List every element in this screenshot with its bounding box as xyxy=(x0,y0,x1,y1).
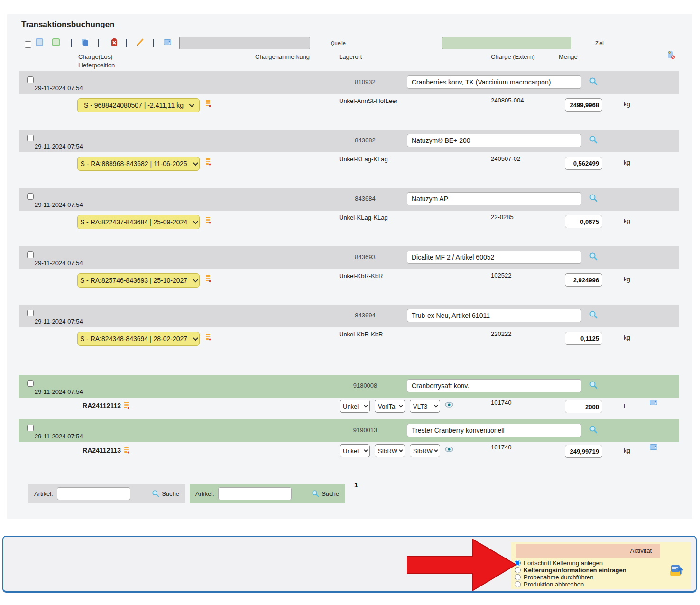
annotation-icon[interactable] xyxy=(205,333,211,341)
site-select[interactable]: Unkel xyxy=(340,444,370,457)
menge-input[interactable] xyxy=(565,98,602,112)
activity-option-label: Kelterungsinformationen eintragen xyxy=(524,567,626,574)
tank-select-value: StbRW xyxy=(413,447,433,455)
lot-select[interactable]: S - RA:822437-843684 | 25-09-2024 xyxy=(77,215,200,229)
ziel-input[interactable] xyxy=(442,37,571,49)
booking-timestamp: 29-11-2024 07:54 xyxy=(35,201,83,208)
row-select-checkbox[interactable] xyxy=(27,251,34,258)
page-number[interactable]: 1 xyxy=(351,481,361,489)
transaction-header-band: 29-11-2024 07:54 810932 xyxy=(19,71,679,94)
article-name-input[interactable] xyxy=(407,75,581,89)
site-select[interactable]: Unkel xyxy=(340,400,370,413)
lagerort-value: Unkel-KbR-KbR xyxy=(339,272,383,279)
menge-input[interactable] xyxy=(565,157,602,170)
tank-select[interactable]: StbRW xyxy=(410,444,440,457)
row-select-checkbox[interactable] xyxy=(27,193,34,200)
search-icon[interactable] xyxy=(589,194,598,202)
menge-input[interactable] xyxy=(565,400,602,413)
activity-option[interactable]: Produktion abbrechen xyxy=(515,581,626,588)
menge-input[interactable] xyxy=(565,445,602,458)
annotation-icon[interactable] xyxy=(205,158,211,166)
article-name-input[interactable] xyxy=(407,251,581,264)
artikel-search-input[interactable] xyxy=(218,487,292,500)
note-card-icon[interactable] xyxy=(650,400,657,405)
lagerort-value: Unkel-KbR-KbR xyxy=(339,331,383,338)
charge-extern-value: 101740 xyxy=(491,444,511,451)
annotation-icon[interactable] xyxy=(124,401,129,409)
article-number: 810932 xyxy=(346,78,384,85)
edit-pencil-icon[interactable] xyxy=(136,38,145,47)
annotation-icon[interactable] xyxy=(205,100,211,107)
row-select-checkbox[interactable] xyxy=(27,135,34,141)
search-icon[interactable] xyxy=(589,135,598,144)
artikel-search-panel-target: Artikel: Suche xyxy=(190,484,345,503)
select-all-checkbox[interactable] xyxy=(25,41,31,48)
search-icon[interactable] xyxy=(589,252,598,261)
suche-label: Suche xyxy=(162,490,179,497)
lot-select[interactable]: S - RA:824348-843694 | 28-02-2027 xyxy=(77,332,200,346)
activity-option[interactable]: Probenahme durchführen xyxy=(515,574,626,581)
annotation-icon[interactable] xyxy=(205,216,211,224)
search-icon[interactable] xyxy=(589,425,598,434)
red-pointer-arrow xyxy=(407,537,519,593)
activity-option[interactable]: Kelterungsinformationen eintragen xyxy=(515,567,626,574)
lot-select-value: S - RA:824348-843694 | 28-02-2027 xyxy=(80,335,187,343)
transactions-panel: Transaktionsbuchungen Quelle Ziel Charge… xyxy=(7,14,692,519)
copy-icon[interactable] xyxy=(81,38,89,47)
chevron-down-icon xyxy=(434,403,438,407)
lot-select[interactable]: S - 9688424080507 | -2.411,11 kg xyxy=(77,98,200,112)
article-name-input[interactable] xyxy=(407,134,581,147)
menge-input[interactable] xyxy=(565,332,602,345)
lot-select[interactable]: S - RA:825746-843693 | 25-10-2027 xyxy=(77,273,200,288)
article-number: 843694 xyxy=(346,312,384,319)
row-select-checkbox[interactable] xyxy=(27,425,34,431)
transaction-header-band: 29-11-2024 07:54 9190013 xyxy=(19,419,679,442)
menge-input[interactable] xyxy=(565,215,602,228)
suche-button[interactable]: Suche xyxy=(152,490,179,497)
transaction-header-band: 29-11-2024 07:54 843682 xyxy=(19,130,679,152)
delete-icon[interactable] xyxy=(111,38,118,47)
row-select-checkbox[interactable] xyxy=(27,76,34,83)
chevron-down-icon xyxy=(399,448,403,452)
suche-button[interactable]: Suche xyxy=(312,490,339,497)
annotation-icon[interactable] xyxy=(124,446,129,454)
quelle-input[interactable] xyxy=(179,37,310,49)
article-name-input[interactable] xyxy=(407,192,581,205)
menge-input[interactable] xyxy=(565,273,602,287)
artikel-search-panel-source: Artikel: Suche xyxy=(28,484,185,503)
search-icon[interactable] xyxy=(589,77,598,85)
eye-icon[interactable] xyxy=(445,402,453,408)
site-select-value: Unkel xyxy=(343,403,359,410)
artikel-search-input[interactable] xyxy=(57,487,130,500)
col-chargenanmerkung: Chargenanmerkung xyxy=(255,53,310,60)
article-name-input[interactable] xyxy=(407,379,581,392)
green-square-icon[interactable] xyxy=(52,38,60,46)
search-icon xyxy=(312,490,319,497)
activity-option-label: Probenahme durchführen xyxy=(524,574,593,581)
toolbar-divider xyxy=(126,39,127,47)
article-name-input[interactable] xyxy=(407,309,581,322)
area-select[interactable]: VorlTa xyxy=(375,400,405,413)
search-icon[interactable] xyxy=(589,310,598,319)
activity-option[interactable]: Fortschritt Kelterung anlegen xyxy=(515,559,626,567)
article-name-input[interactable] xyxy=(407,424,581,437)
tank-select[interactable]: VLT3 xyxy=(410,400,440,413)
document-cancel-icon[interactable] xyxy=(666,50,676,60)
unit-label: kg xyxy=(624,159,630,166)
row-select-checkbox[interactable] xyxy=(27,310,34,316)
submit-activity-icon[interactable] xyxy=(669,563,683,577)
lot-select[interactable]: S - RA:888968-843682 | 11-06-2025 xyxy=(77,157,200,171)
article-number: 843684 xyxy=(346,195,384,202)
area-select[interactable]: StbRW xyxy=(375,444,405,457)
blue-square-icon[interactable] xyxy=(36,38,43,46)
note-card-icon[interactable] xyxy=(164,39,171,45)
eye-icon[interactable] xyxy=(445,447,453,452)
search-icon[interactable] xyxy=(589,381,598,389)
transaction-header-band: 29-11-2024 07:54 843693 xyxy=(19,246,679,269)
article-number: 843693 xyxy=(346,253,384,261)
charge-extern-value: 220222 xyxy=(491,330,511,337)
booking-timestamp: 29-11-2024 07:54 xyxy=(35,143,83,150)
row-select-checkbox[interactable] xyxy=(27,380,34,387)
note-card-icon[interactable] xyxy=(650,444,657,450)
annotation-icon[interactable] xyxy=(205,275,211,282)
